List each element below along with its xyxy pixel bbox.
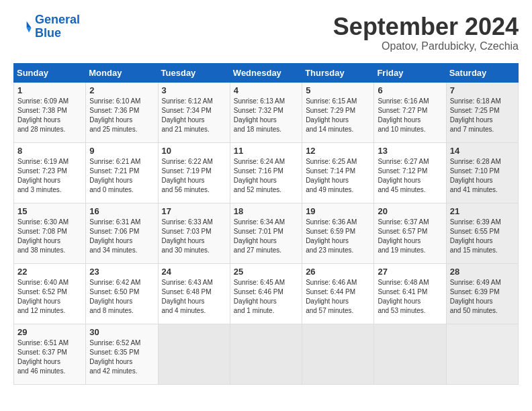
day-info: Sunrise: 6:52 AM Sunset: 6:35 PM Dayligh…	[89, 338, 154, 376]
calendar-week-row: 15 Sunrise: 6:30 AM Sunset: 7:08 PM Dayl…	[14, 203, 519, 263]
table-row	[158, 324, 230, 384]
calendar-header-row: Sunday Monday Tuesday Wednesday Thursday…	[14, 63, 519, 82]
day-number: 12	[306, 146, 370, 156]
header-tuesday: Tuesday	[158, 63, 230, 82]
day-info: Sunrise: 6:46 AM Sunset: 6:44 PM Dayligh…	[306, 278, 370, 316]
table-row: 12 Sunrise: 6:25 AM Sunset: 7:14 PM Dayl…	[302, 142, 374, 203]
table-row: 15 Sunrise: 6:30 AM Sunset: 7:08 PM Dayl…	[14, 203, 86, 263]
day-number: 19	[306, 206, 370, 216]
day-info: Sunrise: 6:33 AM Sunset: 7:03 PM Dayligh…	[162, 218, 226, 255]
day-info: Sunrise: 6:28 AM Sunset: 7:10 PM Dayligh…	[450, 157, 515, 195]
day-number: 9	[89, 146, 154, 156]
table-row: 13 Sunrise: 6:27 AM Sunset: 7:12 PM Dayl…	[374, 142, 446, 203]
table-row: 5 Sunrise: 6:15 AM Sunset: 7:29 PM Dayli…	[302, 82, 374, 142]
day-info: Sunrise: 6:34 AM Sunset: 7:01 PM Dayligh…	[234, 218, 298, 255]
day-number: 7	[450, 85, 515, 95]
day-info: Sunrise: 6:16 AM Sunset: 7:27 PM Dayligh…	[378, 97, 442, 134]
day-info: Sunrise: 6:49 AM Sunset: 6:39 PM Dayligh…	[450, 278, 515, 316]
table-row: 21 Sunrise: 6:39 AM Sunset: 6:55 PM Dayl…	[446, 203, 518, 263]
day-info: Sunrise: 6:15 AM Sunset: 7:29 PM Dayligh…	[306, 97, 370, 134]
day-info: Sunrise: 6:51 AM Sunset: 6:37 PM Dayligh…	[17, 338, 82, 376]
table-row: 4 Sunrise: 6:13 AM Sunset: 7:32 PM Dayli…	[230, 82, 302, 142]
day-number: 25	[234, 267, 298, 277]
table-row: 1 Sunrise: 6:09 AM Sunset: 7:38 PM Dayli…	[14, 82, 86, 142]
day-number: 26	[306, 267, 370, 277]
table-row: 27 Sunrise: 6:48 AM Sunset: 6:41 PM Dayl…	[374, 263, 446, 324]
day-info: Sunrise: 6:27 AM Sunset: 7:12 PM Dayligh…	[378, 157, 442, 195]
day-number: 1	[17, 85, 82, 95]
table-row: 26 Sunrise: 6:46 AM Sunset: 6:44 PM Dayl…	[302, 263, 374, 324]
day-number: 27	[378, 267, 442, 277]
page-header: General Blue September 2024 Opatov, Pard…	[13, 13, 519, 52]
day-number: 4	[234, 85, 298, 95]
day-info: Sunrise: 6:31 AM Sunset: 7:06 PM Dayligh…	[89, 218, 154, 255]
day-info: Sunrise: 6:13 AM Sunset: 7:32 PM Dayligh…	[234, 97, 298, 134]
table-row	[302, 324, 374, 384]
table-row	[374, 324, 446, 384]
header-wednesday: Wednesday	[230, 63, 302, 82]
day-number: 10	[162, 146, 226, 156]
header-monday: Monday	[86, 63, 158, 82]
logo-text: General Blue	[35, 13, 80, 40]
table-row: 17 Sunrise: 6:33 AM Sunset: 7:03 PM Dayl…	[158, 203, 230, 263]
day-info: Sunrise: 6:43 AM Sunset: 6:48 PM Dayligh…	[162, 278, 226, 316]
logo: General Blue	[13, 13, 80, 40]
table-row: 11 Sunrise: 6:24 AM Sunset: 7:16 PM Dayl…	[230, 142, 302, 203]
day-number: 24	[162, 267, 226, 277]
table-row: 2 Sunrise: 6:10 AM Sunset: 7:36 PM Dayli…	[86, 82, 158, 142]
header-thursday: Thursday	[302, 63, 374, 82]
table-row: 10 Sunrise: 6:22 AM Sunset: 7:19 PM Dayl…	[158, 142, 230, 203]
day-info: Sunrise: 6:10 AM Sunset: 7:36 PM Dayligh…	[89, 97, 154, 134]
day-info: Sunrise: 6:25 AM Sunset: 7:14 PM Dayligh…	[306, 157, 370, 195]
day-info: Sunrise: 6:24 AM Sunset: 7:16 PM Dayligh…	[234, 157, 298, 195]
table-row: 23 Sunrise: 6:42 AM Sunset: 6:50 PM Dayl…	[86, 263, 158, 324]
day-info: Sunrise: 6:42 AM Sunset: 6:50 PM Dayligh…	[89, 278, 154, 316]
day-info: Sunrise: 6:18 AM Sunset: 7:25 PM Dayligh…	[450, 97, 515, 134]
table-row: 22 Sunrise: 6:40 AM Sunset: 6:52 PM Dayl…	[14, 263, 86, 324]
day-info: Sunrise: 6:45 AM Sunset: 6:46 PM Dayligh…	[234, 278, 298, 316]
day-info: Sunrise: 6:21 AM Sunset: 7:21 PM Dayligh…	[89, 157, 154, 195]
day-number: 17	[162, 206, 226, 216]
table-row: 20 Sunrise: 6:37 AM Sunset: 6:57 PM Dayl…	[374, 203, 446, 263]
day-info: Sunrise: 6:37 AM Sunset: 6:57 PM Dayligh…	[378, 218, 442, 255]
day-info: Sunrise: 6:30 AM Sunset: 7:08 PM Dayligh…	[17, 218, 82, 255]
day-number: 23	[89, 267, 154, 277]
table-row: 14 Sunrise: 6:28 AM Sunset: 7:10 PM Dayl…	[446, 142, 518, 203]
table-row: 3 Sunrise: 6:12 AM Sunset: 7:34 PM Dayli…	[158, 82, 230, 142]
table-row: 16 Sunrise: 6:31 AM Sunset: 7:06 PM Dayl…	[86, 203, 158, 263]
day-info: Sunrise: 6:40 AM Sunset: 6:52 PM Dayligh…	[17, 278, 82, 316]
calendar-week-row: 8 Sunrise: 6:19 AM Sunset: 7:23 PM Dayli…	[14, 142, 519, 203]
day-number: 28	[450, 267, 515, 277]
table-row: 8 Sunrise: 6:19 AM Sunset: 7:23 PM Dayli…	[14, 142, 86, 203]
table-row: 28 Sunrise: 6:49 AM Sunset: 6:39 PM Dayl…	[446, 263, 518, 324]
table-row: 7 Sunrise: 6:18 AM Sunset: 7:25 PM Dayli…	[446, 82, 518, 142]
calendar-table: Sunday Monday Tuesday Wednesday Thursday…	[13, 63, 519, 385]
day-number: 13	[378, 146, 442, 156]
table-row	[230, 324, 302, 384]
day-number: 30	[89, 327, 154, 337]
day-number: 3	[162, 85, 226, 95]
day-number: 15	[17, 206, 82, 216]
table-row: 18 Sunrise: 6:34 AM Sunset: 7:01 PM Dayl…	[230, 203, 302, 263]
day-info: Sunrise: 6:39 AM Sunset: 6:55 PM Dayligh…	[450, 218, 515, 255]
day-number: 11	[234, 146, 298, 156]
day-info: Sunrise: 6:36 AM Sunset: 6:59 PM Dayligh…	[306, 218, 370, 255]
table-row: 24 Sunrise: 6:43 AM Sunset: 6:48 PM Dayl…	[158, 263, 230, 324]
location: Opatov, Pardubicky, Czechia	[333, 40, 519, 52]
table-row: 30 Sunrise: 6:52 AM Sunset: 6:35 PM Dayl…	[86, 324, 158, 384]
day-number: 16	[89, 206, 154, 216]
day-info: Sunrise: 6:48 AM Sunset: 6:41 PM Dayligh…	[378, 278, 442, 316]
header-sunday: Sunday	[14, 63, 86, 82]
day-info: Sunrise: 6:12 AM Sunset: 7:34 PM Dayligh…	[162, 97, 226, 134]
table-row: 19 Sunrise: 6:36 AM Sunset: 6:59 PM Dayl…	[302, 203, 374, 263]
day-number: 5	[306, 85, 370, 95]
day-info: Sunrise: 6:09 AM Sunset: 7:38 PM Dayligh…	[17, 97, 82, 134]
month-title: September 2024	[333, 13, 519, 40]
table-row: 9 Sunrise: 6:21 AM Sunset: 7:21 PM Dayli…	[86, 142, 158, 203]
day-info: Sunrise: 6:19 AM Sunset: 7:23 PM Dayligh…	[17, 157, 82, 195]
day-number: 18	[234, 206, 298, 216]
day-number: 6	[378, 85, 442, 95]
calendar-week-row: 29 Sunrise: 6:51 AM Sunset: 6:37 PM Dayl…	[14, 324, 519, 384]
day-number: 22	[17, 267, 82, 277]
day-number: 8	[17, 146, 82, 156]
